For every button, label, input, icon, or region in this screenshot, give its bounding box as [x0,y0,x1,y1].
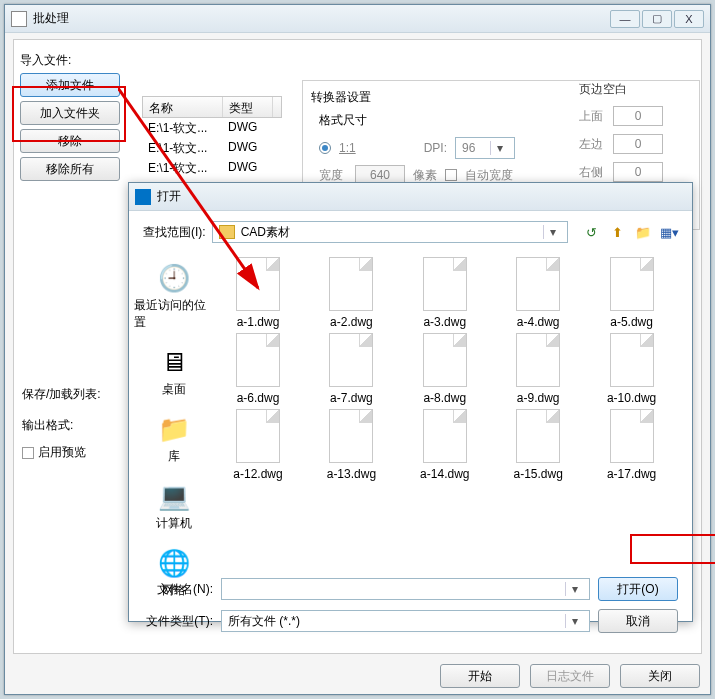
enable-preview-checkbox[interactable] [22,447,34,459]
file-name: a-4.dwg [517,315,560,329]
file-icon [610,409,654,463]
place-label: 计算机 [156,515,192,532]
open-bottom-2: 文件类型(T): 所有文件 (*.*)▾ 取消 [129,605,692,637]
file-item[interactable]: a-1.dwg [223,257,293,329]
place-label: 最近访问的位置 [134,297,214,331]
place-icon: 🕘 [154,261,194,295]
cancel-button[interactable]: 取消 [598,609,678,633]
file-type-combo[interactable]: 所有文件 (*.*)▾ [221,610,590,632]
file-item[interactable]: a-15.dwg [503,409,573,481]
file-name: a-7.dwg [330,391,373,405]
file-name-combo[interactable]: ▾ [221,578,590,600]
file-item[interactable]: a-5.dwg [597,257,667,329]
start-button[interactable]: 开始 [440,664,520,688]
margin-right-label: 右侧 [579,164,603,181]
place-icon: 🌐 [154,546,194,580]
save-load-list-label: 保存/加载列表: [22,386,101,403]
new-folder-icon[interactable]: 📁 [634,223,652,241]
file-name: a-15.dwg [514,467,563,481]
place-label: 库 [168,448,180,465]
close-button[interactable]: X [674,10,704,28]
file-item[interactable]: a-7.dwg [316,333,386,405]
cell-name: E:\1-软文... [142,118,222,138]
file-item[interactable]: a-9.dwg [503,333,573,405]
file-item[interactable]: a-8.dwg [410,333,480,405]
table-row[interactable]: E:\1-软文...DWG [142,118,282,138]
place-item[interactable]: 🖥桌面 [134,341,214,402]
margin-top-input[interactable]: 0 [613,106,663,126]
back-icon[interactable]: ↺ [582,223,600,241]
file-item[interactable]: a-13.dwg [316,409,386,481]
table-row[interactable]: E:\1-软文...DWG [142,158,282,178]
file-icon [329,257,373,311]
place-item[interactable]: 💻计算机 [134,475,214,536]
file-icon [610,257,654,311]
margin-left-input[interactable]: 0 [613,134,663,154]
up-icon[interactable]: ⬆ [608,223,626,241]
auto-width-checkbox[interactable] [445,169,457,181]
place-label: 桌面 [162,381,186,398]
file-icon [516,333,560,387]
open-title-text: 打开 [157,188,181,205]
folder-icon [219,225,235,239]
file-name: a-13.dwg [327,467,376,481]
col-name[interactable]: 名称 [143,97,223,117]
scope-row: 查找范围(I): CAD素材 ▾ ↺ ⬆ 📁 ▦▾ [129,211,692,253]
cell-type: DWG [222,138,272,158]
places-bar: 🕘最近访问的位置🖥桌面📁库💻计算机🌐网络 [129,253,219,573]
ratio-1-1-radio[interactable] [319,142,331,154]
file-item[interactable]: a-14.dwg [410,409,480,481]
add-file-button[interactable]: 添加文件 [20,73,120,97]
file-icon [329,333,373,387]
place-item[interactable]: 📁库 [134,408,214,469]
cell-type: DWG [222,118,272,138]
open-dialog: 打开 查找范围(I): CAD素材 ▾ ↺ ⬆ 📁 ▦▾ 🕘最近访问的位置🖥桌面… [128,182,693,622]
maximize-button[interactable]: ▢ [642,10,672,28]
minimize-button[interactable]: — [610,10,640,28]
open-button[interactable]: 打开(O) [598,577,678,601]
table-row[interactable]: E:\1-软文...DWG [142,138,282,158]
file-name: a-6.dwg [237,391,280,405]
margin-right-input[interactable]: 0 [613,162,663,182]
dpi-combo[interactable]: 96▾ [455,137,515,159]
cell-name: E:\1-软文... [142,138,222,158]
view-icon[interactable]: ▦▾ [660,223,678,241]
file-icon [516,257,560,311]
file-type-label: 文件类型(T): [143,613,213,630]
app-icon [11,11,27,27]
import-files-label: 导入文件: [20,52,130,69]
file-item[interactable]: a-10.dwg [597,333,667,405]
place-icon: 📁 [154,412,194,446]
title-buttons: — ▢ X [610,10,704,28]
file-item[interactable]: a-12.dwg [223,409,293,481]
file-name: a-9.dwg [517,391,560,405]
bottom-left-panel: 保存/加载列表: 输出格式: 启用预览 [22,372,101,461]
enable-preview-label: 启用预览 [38,444,86,461]
auto-width-label: 自动宽度 [465,167,513,184]
file-icon [236,257,280,311]
folder-combo[interactable]: CAD素材 ▾ [212,221,568,243]
remove-button[interactable]: 移除 [20,129,120,153]
file-name: a-12.dwg [233,467,282,481]
close-main-button[interactable]: 关闭 [620,664,700,688]
open-app-icon [135,189,151,205]
place-item[interactable]: 🕘最近访问的位置 [134,257,214,335]
file-name: a-8.dwg [423,391,466,405]
remove-all-button[interactable]: 移除所有 [20,157,120,181]
open-titlebar: 打开 [129,183,692,211]
file-item[interactable]: a-17.dwg [597,409,667,481]
file-icon [423,409,467,463]
file-item[interactable]: a-2.dwg [316,257,386,329]
file-icon [329,409,373,463]
file-icon [423,257,467,311]
file-name: a-17.dwg [607,467,656,481]
file-item[interactable]: a-4.dwg [503,257,573,329]
file-icon [610,333,654,387]
output-format-label: 输出格式: [22,417,101,434]
file-item[interactable]: a-6.dwg [223,333,293,405]
file-item[interactable]: a-3.dwg [410,257,480,329]
col-type[interactable]: 类型 [223,97,273,117]
window-title: 批处理 [33,10,610,27]
add-folder-button[interactable]: 加入文件夹 [20,101,120,125]
titlebar: 批处理 — ▢ X [5,5,710,33]
